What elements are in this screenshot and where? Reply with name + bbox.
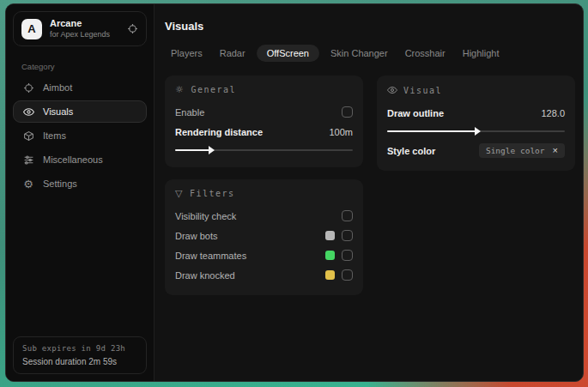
- slider-fill: [175, 149, 210, 151]
- sidebar-item-label: Settings: [43, 178, 77, 189]
- rendering-distance-row: Rendering distance 100m: [175, 123, 353, 141]
- sidebar-item-label: Visuals: [43, 106, 73, 117]
- draw-teammates-checkbox[interactable]: [342, 250, 353, 261]
- style-color-select[interactable]: Single color ×: [479, 143, 565, 158]
- subscription-info-box: Sub expires in 9d 23h Session duration 2…: [13, 336, 147, 374]
- general-panel-header: ☼ General: [175, 85, 353, 94]
- app-window: A Arcane for Apex Legends Category Aimbo…: [5, 3, 584, 382]
- filters-panel: ▽ Filters Visibility check Draw bots: [165, 179, 363, 295]
- draw-bots-label: Draw bots: [175, 231, 218, 241]
- draw-teammates-row: Draw teammates: [175, 246, 353, 264]
- slider-fill: [387, 130, 476, 132]
- draw-knocked-checkbox[interactable]: [342, 269, 353, 281]
- draw-bots-color-swatch[interactable]: [325, 231, 335, 240]
- app-logo: A: [21, 19, 42, 39]
- app-subtitle: for Apex Legends: [50, 30, 110, 39]
- app-name: Arcane: [50, 18, 110, 30]
- visibility-check-row: Visibility check: [175, 207, 353, 225]
- style-color-row: Style color Single color ×: [387, 142, 565, 160]
- general-panel: ☼ General Enable Rendering distance 100m: [165, 76, 363, 167]
- rendering-distance-label: Rendering distance: [175, 127, 263, 137]
- enable-checkbox[interactable]: [342, 106, 353, 118]
- close-icon[interactable]: ×: [553, 146, 558, 155]
- sidebar-item-miscellaneous[interactable]: Miscellaneous: [13, 148, 147, 171]
- rendering-distance-value: 100m: [329, 127, 353, 137]
- sidebar-item-label: Items: [43, 130, 66, 141]
- filters-panel-header: ▽ Filters: [175, 189, 353, 198]
- general-panel-title: General: [191, 85, 236, 94]
- enable-row: Enable: [175, 103, 353, 121]
- eye-icon: [387, 85, 397, 95]
- slider-thumb[interactable]: [209, 146, 215, 154]
- tab-bar: Players Radar OffScreen Skin Changer Cro…: [165, 45, 575, 62]
- rendering-distance-slider[interactable]: [175, 147, 353, 154]
- tab-offscreen[interactable]: OffScreen: [257, 45, 319, 62]
- draw-outline-value: 128.0: [541, 108, 565, 118]
- panel-grid: ☼ General Enable Rendering distance 100m: [165, 76, 575, 295]
- tab-crosshair[interactable]: Crosshair: [399, 45, 452, 62]
- category-label: Category: [21, 62, 138, 71]
- sidebar-item-items[interactable]: Items: [13, 124, 147, 147]
- sun-icon: ☼: [175, 85, 185, 94]
- sidebar-item-visuals[interactable]: Visuals: [13, 100, 147, 123]
- slider-thumb[interactable]: [475, 127, 481, 136]
- draw-outline-slider[interactable]: [387, 128, 565, 135]
- sidebar-item-label: Miscellaneous: [43, 154, 103, 165]
- style-color-value: Single color: [486, 146, 545, 155]
- sidebar-item-aimbot[interactable]: Aimbot: [13, 76, 147, 99]
- draw-knocked-color-swatch[interactable]: [325, 270, 335, 280]
- visibility-check-label: Visibility check: [175, 211, 236, 221]
- tab-highlight[interactable]: Highlight: [457, 45, 506, 62]
- tab-players[interactable]: Players: [165, 45, 209, 62]
- eye-icon: [22, 106, 34, 118]
- style-color-label: Style color: [387, 146, 435, 156]
- draw-teammates-label: Draw teammates: [175, 251, 246, 261]
- draw-outline-label: Draw outline: [387, 108, 444, 118]
- sidebar-header: A Arcane for Apex Legends: [13, 11, 147, 46]
- crosshair-icon: [22, 82, 34, 94]
- visual-panel: Visual Draw outline 128.0 Style color: [377, 76, 575, 171]
- enable-label: Enable: [175, 107, 204, 118]
- visual-panel-title: Visual: [403, 86, 442, 95]
- draw-knocked-row: Draw knocked: [175, 266, 353, 284]
- session-duration-text: Session duration 2m 59s: [22, 357, 137, 366]
- filter-funnel-icon: ▽: [175, 189, 184, 198]
- visibility-check-checkbox[interactable]: [342, 210, 353, 221]
- sidebar-item-label: Aimbot: [43, 82, 72, 93]
- draw-knocked-label: Draw knocked: [175, 270, 235, 281]
- visual-panel-header: Visual: [387, 85, 565, 95]
- draw-bots-row: Draw bots: [175, 227, 353, 245]
- draw-outline-row: Draw outline 128.0: [387, 104, 565, 122]
- target-icon[interactable]: [127, 23, 138, 34]
- draw-bots-checkbox[interactable]: [342, 230, 353, 241]
- sub-expires-text: Sub expires in 9d 23h: [22, 344, 137, 353]
- tab-skin-changer[interactable]: Skin Changer: [324, 45, 394, 62]
- app-title-block: Arcane for Apex Legends: [50, 18, 110, 39]
- draw-teammates-color-swatch[interactable]: [325, 251, 335, 260]
- sidebar-item-settings[interactable]: ⚙ Settings: [13, 172, 147, 195]
- box-icon: [22, 130, 34, 142]
- sliders-icon: [22, 154, 34, 166]
- page-title: Visuals: [165, 20, 575, 33]
- sidebar: A Arcane for Apex Legends Category Aimbo…: [6, 4, 155, 381]
- gear-icon: ⚙: [22, 178, 34, 190]
- filters-panel-title: Filters: [190, 189, 235, 198]
- tab-radar[interactable]: Radar: [214, 45, 252, 62]
- main-area: Visuals Players Radar OffScreen Skin Cha…: [155, 4, 584, 381]
